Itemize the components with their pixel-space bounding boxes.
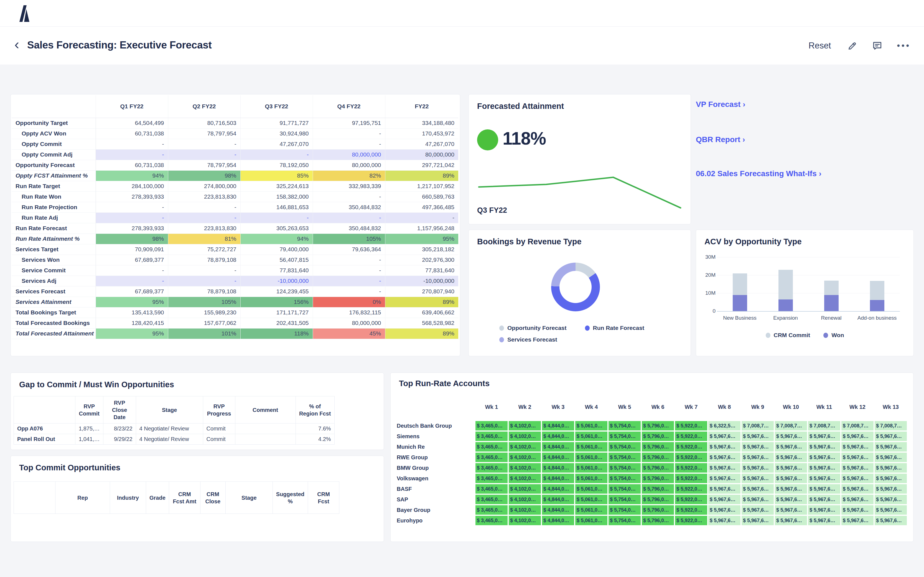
week-value-cell[interactable]: $ 5,967,6… bbox=[841, 431, 874, 442]
week-value-cell[interactable]: $ 5,967,6… bbox=[741, 515, 774, 526]
grid-cell[interactable]: - bbox=[168, 213, 241, 223]
grid-cell[interactable]: 0% bbox=[313, 297, 385, 307]
grid-cell[interactable]: 78,797,954 bbox=[168, 128, 241, 139]
week-value-cell[interactable]: $ 5,967,6… bbox=[708, 515, 741, 526]
week-value-cell[interactable]: $ 5,967,6… bbox=[874, 505, 907, 515]
week-value-cell[interactable]: $ 5,922,0… bbox=[675, 515, 708, 526]
week-value-cell[interactable]: $ 5,967,6… bbox=[841, 494, 874, 505]
week-value-cell[interactable]: $ 5,967,6… bbox=[774, 442, 808, 452]
week-value-cell[interactable]: $ 5,967,6… bbox=[874, 431, 907, 442]
week-value-cell[interactable]: $ 5,967,6… bbox=[708, 431, 741, 442]
week-value-cell[interactable]: $ 5,967,6… bbox=[874, 494, 907, 505]
week-value-cell[interactable]: $ 5,967,6… bbox=[774, 515, 808, 526]
grid-cell[interactable]: 67,689,377 bbox=[95, 255, 168, 265]
grid-cell[interactable]: 89% bbox=[385, 297, 458, 307]
week-value-cell[interactable]: $ 5,922,0… bbox=[675, 442, 708, 452]
grid-cell[interactable]: 79,636,364 bbox=[313, 244, 385, 255]
week-value-cell[interactable]: $ 5,967,6… bbox=[774, 463, 808, 473]
week-value-cell[interactable]: $ 5,922,0… bbox=[675, 421, 708, 431]
week-value-cell[interactable]: $ 4,102,0… bbox=[508, 452, 541, 463]
grid-cell[interactable]: 128,420,415 bbox=[95, 318, 168, 328]
grid-cell[interactable]: 274,800,000 bbox=[168, 181, 241, 192]
grid-cell[interactable]: 98% bbox=[168, 170, 241, 181]
week-value-cell[interactable]: $ 5,061,0… bbox=[575, 473, 608, 484]
week-value-cell[interactable]: $ 5,967,6… bbox=[774, 431, 808, 442]
grid-cell[interactable]: - bbox=[313, 213, 385, 223]
table-cell[interactable]: 1,875,… bbox=[75, 424, 103, 434]
week-value-cell[interactable]: $ 5,967,6… bbox=[808, 442, 841, 452]
grid-cell[interactable]: 105% bbox=[168, 297, 241, 307]
bar-segment-won[interactable] bbox=[870, 300, 884, 311]
grid-cell[interactable]: 97,195,751 bbox=[313, 118, 385, 128]
grid-cell[interactable]: - bbox=[168, 265, 241, 276]
grid-cell[interactable]: 157,677,062 bbox=[168, 318, 241, 328]
grid-cell[interactable]: - bbox=[313, 128, 385, 139]
grid-cell[interactable]: 95% bbox=[385, 234, 458, 244]
week-value-cell[interactable]: $ 5,754,0… bbox=[608, 452, 641, 463]
grid-cell[interactable]: - bbox=[95, 213, 168, 223]
week-value-cell[interactable]: $ 5,967,6… bbox=[808, 484, 841, 494]
grid-cell[interactable]: 78,879,108 bbox=[168, 286, 241, 297]
week-value-cell[interactable]: $ 5,061,0… bbox=[575, 452, 608, 463]
week-value-cell[interactable]: $ 5,922,0… bbox=[675, 484, 708, 494]
week-value-cell[interactable]: $ 5,967,6… bbox=[774, 494, 808, 505]
grid-cell[interactable]: 568,528,982 bbox=[385, 318, 458, 328]
week-value-cell[interactable]: $ 5,967,6… bbox=[808, 452, 841, 463]
back-chevron-icon[interactable]: ‹ bbox=[15, 36, 19, 53]
week-value-cell[interactable]: $ 5,967,6… bbox=[874, 452, 907, 463]
week-value-cell[interactable]: $ 5,796,0… bbox=[641, 473, 675, 484]
grid-cell[interactable]: 45% bbox=[313, 328, 385, 339]
table-cell[interactable]: 7.6% bbox=[296, 424, 334, 434]
grid-cell[interactable]: 95% bbox=[95, 328, 168, 339]
week-value-cell[interactable]: $ 3,465,0… bbox=[475, 473, 508, 484]
grid-cell[interactable]: 156% bbox=[241, 297, 313, 307]
grid-cell[interactable]: 350,484,832 bbox=[313, 223, 385, 234]
week-value-cell[interactable]: $ 5,061,0… bbox=[575, 431, 608, 442]
grid-cell[interactable]: 223,813,830 bbox=[168, 192, 241, 202]
grid-cell[interactable]: 78,879,108 bbox=[168, 255, 241, 265]
grid-cell[interactable]: 80,000,000 bbox=[313, 160, 385, 170]
week-value-cell[interactable]: $ 3,465,0… bbox=[475, 421, 508, 431]
grid-cell[interactable]: 60,731,038 bbox=[95, 128, 168, 139]
grid-cell[interactable]: 1,217,107,952 bbox=[385, 181, 458, 192]
week-value-cell[interactable]: $ 4,844,0… bbox=[541, 421, 575, 431]
week-value-cell[interactable]: $ 5,967,6… bbox=[708, 494, 741, 505]
grid-cell[interactable]: 146,881,653 bbox=[241, 202, 313, 213]
grid-cell[interactable]: 270,807,940 bbox=[385, 286, 458, 297]
grid-cell[interactable]: 80,000,000 bbox=[385, 149, 458, 160]
grid-cell[interactable]: -10,000,000 bbox=[385, 276, 458, 286]
link-qbr-report[interactable]: QBR Report› bbox=[696, 135, 745, 144]
week-value-cell[interactable]: $ 7,008,7… bbox=[874, 421, 907, 431]
grid-cell[interactable]: 305,263,653 bbox=[241, 223, 313, 234]
week-value-cell[interactable]: $ 5,754,0… bbox=[608, 421, 641, 431]
week-value-cell[interactable]: $ 3,465,0… bbox=[475, 452, 508, 463]
week-value-cell[interactable]: $ 5,967,6… bbox=[708, 452, 741, 463]
week-value-cell[interactable]: $ 5,796,0… bbox=[641, 505, 675, 515]
grid-cell[interactable]: 176,832,115 bbox=[313, 307, 385, 318]
week-value-cell[interactable]: $ 5,967,6… bbox=[774, 473, 808, 484]
week-value-cell[interactable]: $ 7,008,7… bbox=[741, 421, 774, 431]
week-value-cell[interactable]: $ 5,061,0… bbox=[575, 505, 608, 515]
grid-cell[interactable]: 78,192,050 bbox=[241, 160, 313, 170]
grid-cell[interactable]: - bbox=[95, 265, 168, 276]
week-value-cell[interactable]: $ 5,967,6… bbox=[841, 442, 874, 452]
table-cell[interactable]: 8/23/22 bbox=[103, 424, 136, 434]
grid-cell[interactable]: - bbox=[168, 276, 241, 286]
week-value-cell[interactable]: $ 5,967,6… bbox=[741, 452, 774, 463]
week-value-cell[interactable]: $ 4,844,0… bbox=[541, 515, 575, 526]
week-value-cell[interactable]: $ 5,967,6… bbox=[808, 473, 841, 484]
grid-cell[interactable]: 135,413,590 bbox=[95, 307, 168, 318]
week-value-cell[interactable]: $ 4,844,0… bbox=[541, 505, 575, 515]
week-value-cell[interactable]: $ 5,796,0… bbox=[641, 452, 675, 463]
week-value-cell[interactable]: $ 7,008,7… bbox=[774, 421, 808, 431]
edit-pencil-icon[interactable] bbox=[847, 40, 858, 51]
week-value-cell[interactable]: $ 5,967,6… bbox=[808, 463, 841, 473]
week-value-cell[interactable]: $ 5,967,6… bbox=[874, 473, 907, 484]
week-value-cell[interactable]: $ 5,061,0… bbox=[575, 442, 608, 452]
week-value-cell[interactable]: $ 5,754,0… bbox=[608, 442, 641, 452]
grid-cell[interactable]: 47,267,070 bbox=[241, 139, 313, 149]
week-value-cell[interactable]: $ 5,922,0… bbox=[675, 494, 708, 505]
grid-cell[interactable]: - bbox=[168, 202, 241, 213]
grid-cell[interactable]: 64,504,499 bbox=[95, 118, 168, 128]
week-value-cell[interactable]: $ 5,967,6… bbox=[808, 494, 841, 505]
